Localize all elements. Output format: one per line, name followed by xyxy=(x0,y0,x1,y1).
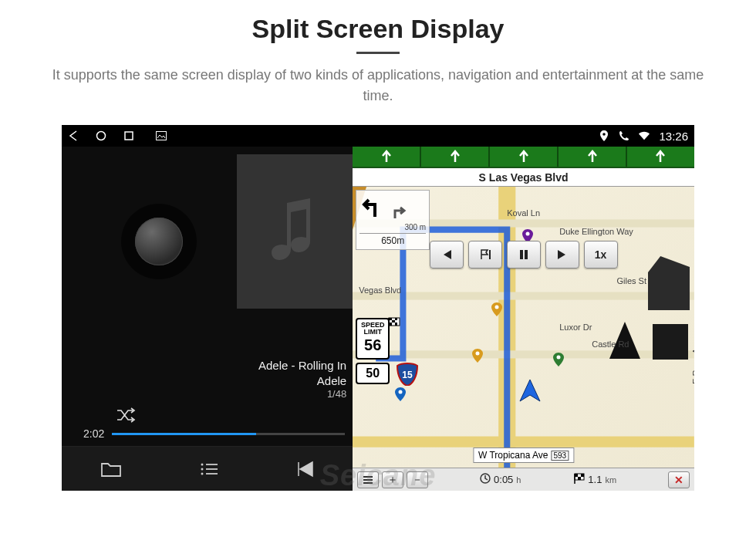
svg-rect-2 xyxy=(157,132,167,140)
phone-icon xyxy=(619,130,629,141)
svg-point-8 xyxy=(201,472,203,475)
poi-pin[interactable] xyxy=(472,349,483,366)
lane-arrow xyxy=(421,147,490,167)
road-label: Giles St xyxy=(616,276,646,285)
svg-text:15: 15 xyxy=(403,370,413,380)
poi-pin[interactable] xyxy=(491,302,502,319)
previous-track-icon[interactable] xyxy=(295,461,314,478)
poi-pin[interactable] xyxy=(553,353,564,370)
current-position-arrow xyxy=(517,378,543,407)
road-label: Duke Ellington Way xyxy=(559,227,633,236)
svg-rect-21 xyxy=(520,250,523,259)
svg-rect-22 xyxy=(525,250,528,259)
navigation-pane: S Las Vegas Blvd xyxy=(353,147,694,491)
location-icon xyxy=(599,130,609,141)
sim-prev-button[interactable] xyxy=(430,241,464,268)
dest-flag-icon xyxy=(572,473,585,486)
remaining-distance: 1.1 xyxy=(588,474,602,485)
clock: 13:26 xyxy=(659,130,688,143)
turn-distance: 650m xyxy=(359,233,426,246)
back-icon[interactable] xyxy=(68,130,79,141)
track-title: Adele - Rolling In xyxy=(62,358,346,373)
road-label: E Reno Ave xyxy=(691,339,694,384)
lane-arrow xyxy=(627,147,694,167)
lane-arrow xyxy=(353,147,421,167)
svg-point-4 xyxy=(201,463,203,465)
next-turn-distance: 300 m xyxy=(359,223,426,231)
svg-point-3 xyxy=(603,133,606,136)
map-footer-bar: ＋ － 0:05 h 1.1 km xyxy=(353,468,694,491)
sim-flag-prev-button[interactable] xyxy=(468,241,502,268)
home-icon[interactable] xyxy=(96,130,106,141)
turn-left-icon xyxy=(359,194,386,223)
title-underline xyxy=(356,52,400,54)
image-icon[interactable] xyxy=(156,130,167,141)
svg-rect-14 xyxy=(353,437,694,448)
road-label: Vegas Blvd xyxy=(359,285,401,295)
page-title: Split Screen Display xyxy=(0,0,756,44)
lane-arrow xyxy=(490,147,559,167)
svg-point-17 xyxy=(526,232,530,236)
recent-apps-icon[interactable] xyxy=(123,130,134,141)
zoom-in-button[interactable]: ＋ xyxy=(382,471,403,488)
eta-unit: h xyxy=(516,475,521,485)
svg-rect-26 xyxy=(395,318,397,320)
sim-next-button[interactable] xyxy=(545,241,579,268)
joystick-control[interactable] xyxy=(135,218,183,265)
road-label: Castle Rd xyxy=(592,339,629,349)
album-art-placeholder xyxy=(237,154,353,309)
android-status-bar: 13:26 xyxy=(62,125,694,147)
address-tag: W Tropicana Ave593 xyxy=(473,448,574,463)
folder-icon[interactable] xyxy=(100,461,122,478)
route-sim-controls: 1x xyxy=(430,241,618,268)
cancel-route-button[interactable]: ✕ xyxy=(668,471,690,488)
svg-point-0 xyxy=(97,132,106,140)
sim-speed-button[interactable]: 1x xyxy=(584,241,618,268)
shuffle-icon[interactable] xyxy=(116,407,136,423)
distance-unit: km xyxy=(605,475,616,485)
route-sign: 50 xyxy=(356,363,390,384)
interstate-shield-icon: 15 xyxy=(396,363,419,389)
road-label: Luxor Dr xyxy=(559,323,592,332)
zoom-out-button[interactable]: － xyxy=(407,471,428,488)
speed-limit-sign: SPEED LIMIT 56 xyxy=(356,318,390,360)
track-index: 1/48 xyxy=(62,388,346,401)
elapsed-time: 2:02 xyxy=(83,427,104,440)
svg-rect-1 xyxy=(125,132,133,140)
playlist-icon[interactable] xyxy=(199,461,219,477)
building-silhouette xyxy=(653,324,688,360)
svg-rect-37 xyxy=(581,474,584,477)
turn-right-small-icon xyxy=(390,203,407,223)
wifi-icon xyxy=(639,130,650,141)
music-player-pane: Adele - Rolling In Adele 1/48 2:02 xyxy=(62,147,353,491)
track-artist: Adele xyxy=(62,373,346,389)
menu-button[interactable] xyxy=(357,471,379,488)
lane-arrow xyxy=(559,147,627,167)
device-screenshot: 13:26 Adele - Rolling In Adele 1/48 xyxy=(62,125,694,491)
turn-instruction-panel: 300 m 650m xyxy=(356,190,430,250)
page-subtitle: It supports the same screen display of t… xyxy=(31,65,725,106)
svg-point-6 xyxy=(201,468,203,470)
sim-pause-button[interactable] xyxy=(507,241,541,268)
svg-rect-38 xyxy=(578,477,581,480)
poi-pin[interactable] xyxy=(395,387,406,404)
svg-rect-27 xyxy=(392,320,395,323)
svg-point-20 xyxy=(399,390,403,394)
current-street-banner: S Las Vegas Blvd xyxy=(353,168,694,187)
svg-point-16 xyxy=(495,306,499,309)
eta-clock-icon xyxy=(480,473,491,486)
eta-time: 0:05 xyxy=(494,474,513,485)
music-note-icon xyxy=(268,195,322,268)
road-label: Koval Ln xyxy=(507,208,540,218)
svg-point-18 xyxy=(476,352,480,356)
map-canvas[interactable]: 300 m 650m 1x Koval Ln xyxy=(353,187,694,468)
svg-rect-29 xyxy=(395,323,397,326)
lane-guidance-bar xyxy=(353,147,694,168)
progress-bar[interactable] xyxy=(112,433,345,435)
svg-point-19 xyxy=(557,356,561,360)
